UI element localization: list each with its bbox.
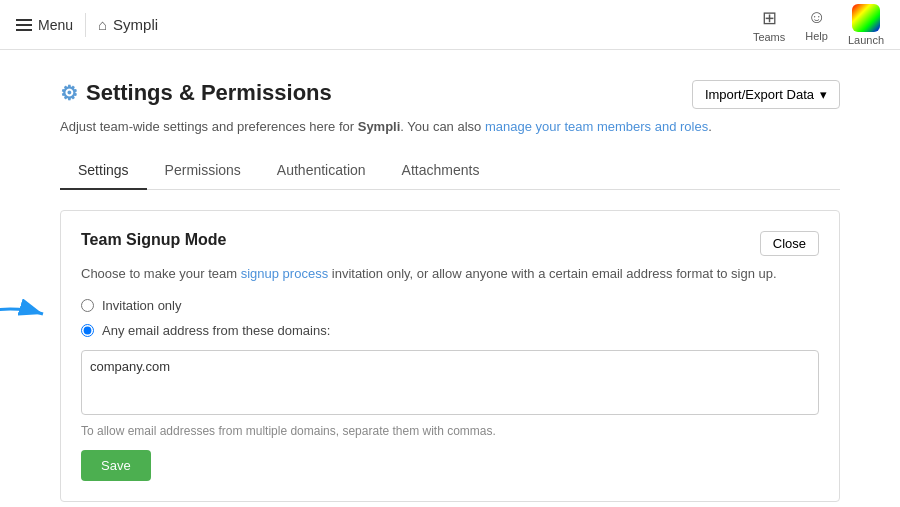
page-header: ⚙ Settings & Permissions Import/Export D… [60, 80, 840, 109]
radio-group: Invitation only Any email address from t… [81, 298, 819, 338]
page-title-group: ⚙ Settings & Permissions [60, 80, 332, 106]
launch-app-icon [852, 4, 880, 32]
page-title: ⚙ Settings & Permissions [60, 80, 332, 106]
settings-gear-icon: ⚙ [60, 81, 78, 105]
signup-title: Team Signup Mode [81, 231, 226, 249]
teams-icon: ⊞ [762, 7, 777, 29]
signup-description: Choose to make your team signup process … [81, 264, 819, 284]
arrow-annotation [0, 299, 51, 329]
page-subtitle: Adjust team-wide settings and preference… [60, 119, 840, 134]
subtitle-brand: Sympli [358, 119, 401, 134]
tab-permissions[interactable]: Permissions [147, 152, 259, 190]
brand-label: Sympli [113, 16, 158, 33]
import-export-button[interactable]: Import/Export Data ▾ [692, 80, 840, 109]
email-domain-label: Any email address from these domains: [102, 323, 330, 338]
subtitle-middle: . You can also [400, 119, 485, 134]
signup-process-link[interactable]: signup process [241, 266, 328, 281]
topnav-right: ⊞ Teams ☺ Help Launch [753, 4, 884, 46]
subtitle-static: Adjust team-wide settings and preference… [60, 119, 358, 134]
manage-members-link[interactable]: manage your team members and roles [485, 119, 708, 134]
signup-section-header: Team Signup Mode Close [81, 231, 819, 256]
desc-end: invitation only, or allow anyone with a … [328, 266, 777, 281]
tab-bar: Settings Permissions Authentication Atta… [60, 152, 840, 190]
helper-text: To allow email addresses from multiple d… [81, 424, 819, 438]
tab-attachments[interactable]: Attachments [384, 152, 498, 190]
desc-start: Choose to make your team [81, 266, 241, 281]
topnav: Menu ⌂ Sympli ⊞ Teams ☺ Help Launch [0, 0, 900, 50]
tab-authentication[interactable]: Authentication [259, 152, 384, 190]
help-label: Help [805, 30, 828, 42]
launch-nav[interactable]: Launch [848, 4, 884, 46]
brand: ⌂ Sympli [98, 16, 158, 33]
dropdown-arrow-icon: ▾ [820, 87, 827, 102]
invitation-label: Invitation only [102, 298, 182, 313]
teams-label: Teams [753, 31, 785, 43]
tab-settings[interactable]: Settings [60, 152, 147, 190]
help-icon: ☺ [807, 7, 825, 28]
signup-section: Team Signup Mode Close Choose to make yo… [60, 210, 840, 502]
import-export-label: Import/Export Data [705, 87, 814, 102]
save-button[interactable]: Save [81, 450, 151, 481]
nav-divider [85, 13, 86, 37]
email-domain-radio[interactable] [81, 324, 94, 337]
tab-content: Team Signup Mode Close Choose to make yo… [60, 210, 840, 507]
hamburger-icon [16, 19, 32, 31]
signup-close-button[interactable]: Close [760, 231, 819, 256]
menu-button[interactable]: Menu [16, 17, 73, 33]
invitation-radio[interactable] [81, 299, 94, 312]
topnav-left: Menu ⌂ Sympli [16, 13, 158, 37]
launch-label: Launch [848, 34, 884, 46]
home-icon: ⌂ [98, 16, 107, 33]
teams-nav[interactable]: ⊞ Teams [753, 7, 785, 43]
help-nav[interactable]: ☺ Help [805, 7, 828, 42]
menu-label: Menu [38, 17, 73, 33]
email-domain-option[interactable]: Any email address from these domains: [81, 323, 819, 338]
invitation-only-option[interactable]: Invitation only [81, 298, 819, 313]
subtitle-end: . [708, 119, 712, 134]
page-content: ⚙ Settings & Permissions Import/Export D… [0, 50, 900, 507]
page-title-text: Settings & Permissions [86, 80, 332, 106]
domain-textarea[interactable]: company.com [81, 350, 819, 415]
